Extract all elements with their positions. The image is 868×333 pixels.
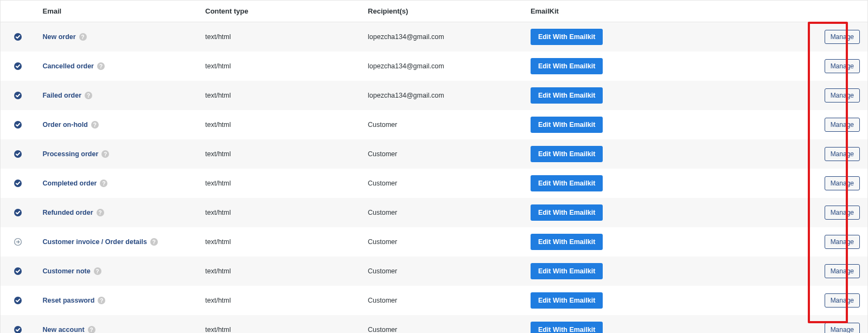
table-row: Customer note?text/htmlCustomerEdit With… <box>1 257 868 286</box>
edit-with-emailkit-button[interactable]: Edit With Emailkit <box>531 234 603 250</box>
manage-button[interactable]: Manage <box>825 264 860 278</box>
edit-with-emailkit-button[interactable]: Edit With Emailkit <box>531 175 603 191</box>
email-name-link[interactable]: Processing order <box>42 150 98 158</box>
manage-cell: Manage <box>805 169 867 198</box>
email-name-cell: Order on-hold? <box>35 110 197 139</box>
email-name-link[interactable]: Customer note <box>42 267 90 275</box>
email-name-link[interactable]: Order on-hold <box>42 121 87 129</box>
manage-cell: Manage <box>805 286 867 315</box>
emailkit-cell: Edit With Emailkit <box>523 22 805 52</box>
table-row: Order on-hold?text/htmlCustomerEdit With… <box>1 110 868 139</box>
column-emailkit[interactable]: EmailKit <box>523 1 805 22</box>
edit-with-emailkit-button[interactable]: Edit With Emailkit <box>531 29 603 45</box>
emailkit-cell: Edit With Emailkit <box>523 52 805 81</box>
content-type-cell: text/html <box>197 110 360 139</box>
content-type-cell: text/html <box>197 227 360 257</box>
status-enabled-icon <box>14 62 22 71</box>
emailkit-cell: Edit With Emailkit <box>523 81 805 110</box>
edit-with-emailkit-button[interactable]: Edit With Emailkit <box>531 322 603 333</box>
status-cell[interactable] <box>1 315 35 333</box>
help-icon[interactable]: ? <box>97 209 104 216</box>
status-cell[interactable] <box>1 286 35 315</box>
manage-cell: Manage <box>805 198 867 227</box>
content-type-cell: text/html <box>197 198 360 227</box>
status-enabled-icon <box>14 150 22 158</box>
email-name-cell: Completed order? <box>35 169 197 198</box>
status-cell[interactable] <box>1 198 35 227</box>
content-type-cell: text/html <box>197 286 360 315</box>
edit-with-emailkit-button[interactable]: Edit With Emailkit <box>531 204 603 221</box>
email-name-link[interactable]: Refunded order <box>42 209 93 216</box>
email-name-link[interactable]: Cancelled order <box>42 62 93 70</box>
column-content-type[interactable]: Content type <box>197 1 360 22</box>
status-cell[interactable] <box>1 52 35 81</box>
recipient-cell: Customer <box>360 169 523 198</box>
content-type-cell: text/html <box>197 315 360 333</box>
status-cell[interactable] <box>1 81 35 110</box>
content-type-cell: text/html <box>197 257 360 286</box>
manage-cell: Manage <box>805 110 867 139</box>
manage-button[interactable]: Manage <box>825 118 860 132</box>
manage-button[interactable]: Manage <box>825 235 860 249</box>
table-row: Processing order?text/htmlCustomerEdit W… <box>1 139 868 169</box>
recipient-cell: Customer <box>360 110 523 139</box>
table-row: Reset password?text/htmlCustomerEdit Wit… <box>1 286 868 315</box>
table-row: Refunded order?text/htmlCustomerEdit Wit… <box>1 198 868 227</box>
manage-cell: Manage <box>805 22 867 52</box>
emailkit-cell: Edit With Emailkit <box>523 198 805 227</box>
status-enabled-icon <box>14 325 22 333</box>
help-icon[interactable]: ? <box>91 121 99 129</box>
recipient-cell: Customer <box>360 139 523 169</box>
manage-button[interactable]: Manage <box>825 59 860 73</box>
manage-button[interactable]: Manage <box>825 88 860 103</box>
edit-with-emailkit-button[interactable]: Edit With Emailkit <box>531 87 603 104</box>
email-name-link[interactable]: Failed order <box>42 92 81 99</box>
table-row: Customer invoice / Order details?text/ht… <box>1 227 868 257</box>
status-manual-icon <box>14 238 22 246</box>
email-name-cell: New account? <box>35 315 197 333</box>
edit-with-emailkit-button[interactable]: Edit With Emailkit <box>531 292 603 309</box>
email-name-link[interactable]: New account <box>42 326 84 333</box>
table-row: Cancelled order?text/htmllopezcha134@gma… <box>1 52 868 81</box>
content-type-cell: text/html <box>197 169 360 198</box>
status-cell[interactable] <box>1 227 35 257</box>
help-icon[interactable]: ? <box>97 62 105 70</box>
manage-cell: Manage <box>805 227 867 257</box>
help-icon[interactable]: ? <box>88 326 95 333</box>
help-icon[interactable]: ? <box>85 92 92 99</box>
help-icon[interactable]: ? <box>101 150 109 158</box>
manage-button[interactable]: Manage <box>825 147 860 161</box>
column-email[interactable]: Email <box>35 1 197 22</box>
manage-button[interactable]: Manage <box>825 176 860 190</box>
emailkit-cell: Edit With Emailkit <box>523 257 805 286</box>
email-name-link[interactable]: Reset password <box>42 297 94 304</box>
help-icon[interactable]: ? <box>79 33 87 41</box>
status-cell[interactable] <box>1 169 35 198</box>
edit-with-emailkit-button[interactable]: Edit With Emailkit <box>531 263 603 279</box>
table-row: New account?text/htmlCustomerEdit With E… <box>1 315 868 333</box>
manage-button[interactable]: Manage <box>825 293 860 308</box>
help-icon[interactable]: ? <box>150 238 158 246</box>
edit-with-emailkit-button[interactable]: Edit With Emailkit <box>531 58 603 74</box>
help-icon[interactable]: ? <box>98 297 105 304</box>
recipient-cell: lopezcha134@gmail.com <box>360 81 523 110</box>
manage-button[interactable]: Manage <box>825 323 860 333</box>
status-cell[interactable] <box>1 22 35 52</box>
email-name-cell: Cancelled order? <box>35 52 197 81</box>
email-name-link[interactable]: New order <box>42 33 75 41</box>
column-recipients[interactable]: Recipient(s) <box>360 1 523 22</box>
recipient-cell: lopezcha134@gmail.com <box>360 22 523 52</box>
status-cell[interactable] <box>1 257 35 286</box>
edit-with-emailkit-button[interactable]: Edit With Emailkit <box>531 146 603 162</box>
email-name-link[interactable]: Customer invoice / Order details <box>42 238 146 246</box>
column-manage <box>805 1 867 22</box>
status-cell[interactable] <box>1 110 35 139</box>
manage-button[interactable]: Manage <box>825 30 860 44</box>
email-name-cell: Reset password? <box>35 286 197 315</box>
edit-with-emailkit-button[interactable]: Edit With Emailkit <box>531 117 603 133</box>
email-name-link[interactable]: Completed order <box>42 180 97 187</box>
help-icon[interactable]: ? <box>100 180 107 187</box>
help-icon[interactable]: ? <box>94 267 101 275</box>
manage-button[interactable]: Manage <box>825 206 860 220</box>
status-cell[interactable] <box>1 139 35 169</box>
